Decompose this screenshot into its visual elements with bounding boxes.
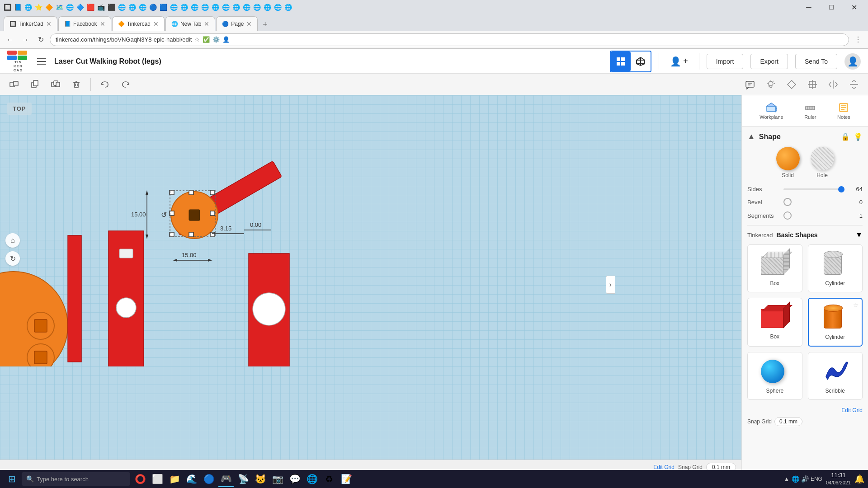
undo-button[interactable] [96, 76, 113, 93]
send-to-button[interactable]: Send To [795, 54, 837, 69]
svg-rect-58 [189, 232, 193, 237]
shape-card-red-box[interactable]: Box [747, 298, 802, 347]
gray-cyl-preview [819, 250, 851, 277]
tab-2[interactable]: 📘 Facebook ✕ [58, 16, 111, 31]
svg-rect-56 [210, 211, 215, 216]
maximize-button[interactable]: □ [821, 0, 842, 14]
tab-close-1[interactable]: ✕ [46, 20, 52, 28]
tab-close-5[interactable]: ✕ [246, 20, 252, 28]
taskbar-wifi[interactable]: 📡 [235, 471, 251, 487]
import-button[interactable]: Import [707, 54, 744, 69]
sides-slider[interactable] [783, 188, 844, 190]
bevel-row: Bevel 0 [747, 198, 863, 206]
shape-card-scribble[interactable]: Scribble [808, 352, 863, 400]
copy-2-button[interactable] [47, 76, 64, 93]
minimize-button[interactable]: ─ [798, 0, 819, 14]
taskbar-zoom[interactable]: 💬 [287, 471, 303, 487]
new-tab-button[interactable]: + [259, 18, 271, 31]
edit-grid-label[interactable]: Edit Grid [653, 464, 675, 470]
taskbar-chrome[interactable]: 🔵 [201, 471, 217, 487]
add-user-button[interactable]: 👤 + [666, 50, 692, 73]
shape-type-row: Solid Hole [747, 147, 863, 178]
mirror-button[interactable] [825, 76, 842, 93]
browser-chrome: 🔲 📘 🌐 ⭐ 🔶 🗺️ 🌐 🔷 🟥 📺 ⬛ 🌐 🌐 🌐 🔵 🟦 🌐 🌐 🌐 [0, 0, 868, 49]
user-avatar[interactable]: 👤 [844, 53, 861, 70]
flip-button[interactable] [845, 76, 863, 93]
segments-slider[interactable] [783, 211, 792, 220]
menu-button[interactable] [34, 54, 49, 69]
canvas-area[interactable]: TOP ⌂ ↻ + − ⊡ [0, 95, 741, 474]
comment-button[interactable] [741, 76, 759, 93]
redo-button[interactable] [117, 76, 134, 93]
tab-5[interactable]: 🔵 Page ✕ [216, 16, 258, 31]
taskbar-camera[interactable]: 📷 [269, 471, 286, 487]
close-button[interactable]: ✕ [844, 0, 864, 14]
workplane-button[interactable]: Workplane [754, 99, 788, 122]
extension-icon-1: ✅ [203, 36, 210, 43]
shape-button[interactable] [783, 76, 800, 93]
shape-lock-button[interactable]: 🔒 [841, 132, 850, 141]
edit-grid-button[interactable]: Edit Grid [747, 407, 863, 413]
tab-close-4[interactable]: ✕ [204, 20, 209, 28]
taskbar-cortana[interactable]: ⭕ [132, 471, 148, 487]
svg-rect-12 [14, 81, 18, 86]
back-button[interactable]: ← [4, 33, 16, 46]
segments-value: 1 [848, 212, 863, 219]
forward-button[interactable]: → [19, 33, 32, 46]
taskbar-task-view[interactable]: ⬜ [149, 471, 165, 487]
delete-button[interactable] [68, 76, 85, 93]
svg-rect-59 [210, 232, 215, 237]
taskbar-word[interactable]: 📝 [338, 471, 354, 487]
shape-card-gray-cyl[interactable]: Cylinder [808, 244, 863, 292]
taskbar-steam[interactable]: 🎮 [218, 471, 234, 487]
lightbulb-button[interactable] [762, 76, 779, 93]
bevel-slider[interactable] [783, 198, 792, 206]
notification-button[interactable]: 🔔 [854, 474, 864, 484]
solid-option[interactable]: Solid [776, 147, 800, 178]
taskbar-edge[interactable]: 🌊 [184, 471, 200, 487]
shape-card-orange-cyl[interactable]: ☆ Cylinder [808, 298, 863, 347]
tab-close-active[interactable]: ✕ [153, 20, 159, 28]
tray-volume-icon: 🔊 [801, 475, 809, 483]
extensions-button[interactable]: ⋮ [852, 33, 864, 46]
shape-lightbulb-button[interactable]: 💡 [854, 132, 863, 141]
taskbar-clock[interactable]: 11:31 04/06/2021 [826, 472, 851, 486]
taskbar-search[interactable]: 🔍 Type here to search [22, 472, 130, 486]
align-button[interactable] [804, 76, 821, 93]
taskbar-file-explorer[interactable]: 📁 [166, 471, 183, 487]
3d-view-button[interactable] [631, 52, 651, 71]
bookmark-icon: ☆ [194, 36, 200, 43]
shape-card-gray-box[interactable]: Box [747, 244, 802, 292]
taskbar-edge-2[interactable]: 🌐 [304, 471, 320, 487]
hole-option[interactable]: Hole [811, 147, 834, 178]
library-dropdown-button[interactable]: ▼ [855, 231, 863, 239]
url-input[interactable]: tinkercad.com/things/boVNGaqN3Y8-epic-ha… [50, 33, 849, 46]
shape-card-sphere[interactable]: Sphere [747, 352, 802, 400]
start-button[interactable]: ⊞ [4, 471, 20, 487]
export-button[interactable]: Export [750, 54, 788, 69]
tab-label-1: TinkerCad [19, 21, 43, 27]
search-placeholder: Type here to search [37, 476, 89, 483]
tab-1[interactable]: 🔲 TinkerCad ✕ [4, 16, 57, 31]
svg-text:15.00: 15.00 [131, 211, 146, 218]
sides-label: Sides [747, 186, 780, 192]
svg-point-26 [769, 81, 773, 86]
grid-view-button[interactable] [611, 52, 631, 71]
taskbar-arduino[interactable]: ♻ [321, 471, 337, 487]
svg-rect-44 [34, 351, 47, 364]
tab-close-2[interactable]: ✕ [100, 20, 105, 28]
taskbar-github[interactable]: 🐱 [252, 471, 269, 487]
refresh-button[interactable]: ↻ [34, 33, 47, 46]
svg-rect-0 [37, 58, 46, 59]
tab-4[interactable]: 🌐 New Tab ✕ [165, 16, 215, 31]
ruler-button[interactable]: Ruler [799, 99, 821, 122]
shape-collapse-button[interactable]: ▲ [747, 132, 755, 141]
group-button[interactable] [5, 76, 23, 93]
tab-3-active[interactable]: 🔶 Tinkercad ✕ [112, 16, 165, 31]
snap-grid-value-panel[interactable]: 0.1 mm [774, 417, 802, 426]
shape-panel: ▲ Shape 🔒 💡 Solid Hole [742, 127, 868, 474]
notes-button[interactable]: Notes [832, 99, 856, 122]
panel-collapse-button[interactable]: › [606, 276, 615, 294]
orange-cyl-preview [819, 304, 851, 331]
copy-button[interactable] [26, 76, 43, 93]
